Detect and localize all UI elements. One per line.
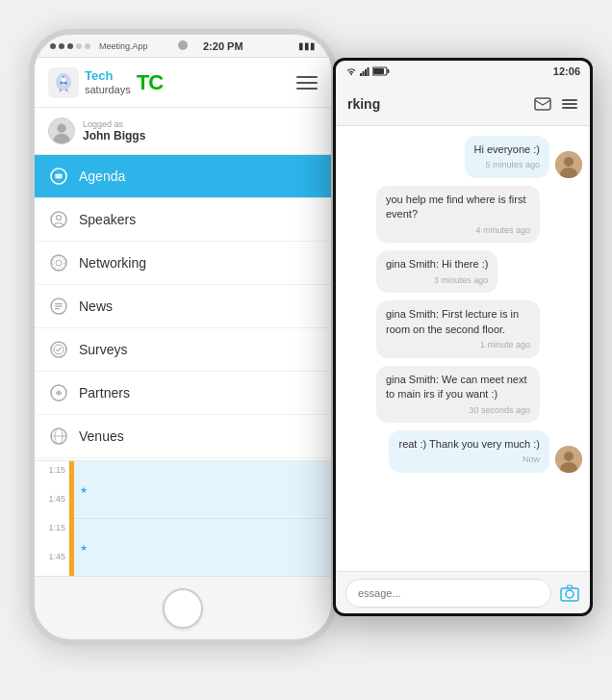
message-time-2: 4 minutes ago xyxy=(386,224,530,237)
agenda-icon xyxy=(48,166,69,187)
svg-point-37 xyxy=(564,157,574,167)
camera-notch xyxy=(178,40,188,50)
nav-item-surveys[interactable]: Surveys xyxy=(35,328,331,372)
hamburger-button[interactable] xyxy=(296,76,318,90)
nav-item-speakers[interactable]: Speakers xyxy=(35,198,331,242)
android-phone: 12:06 rking xyxy=(333,58,593,616)
chat-message-4: gina Smith: First lecture is in room on … xyxy=(344,300,582,357)
nav-item-partners[interactable]: Partners xyxy=(35,372,331,415)
svg-rect-32 xyxy=(535,98,550,110)
session-2: ★ xyxy=(74,519,331,576)
dot-5 xyxy=(85,43,90,49)
svg-rect-27 xyxy=(365,69,367,76)
dot-4 xyxy=(76,43,82,49)
battery-icon xyxy=(372,66,390,76)
message-time-4: 1 minute ago xyxy=(386,339,530,351)
user-avatar xyxy=(48,117,75,144)
chat-header-icons xyxy=(534,97,578,111)
svg-rect-35 xyxy=(562,107,577,109)
venues-icon xyxy=(48,426,69,447)
chat-input-field[interactable] xyxy=(345,579,551,608)
svg-rect-28 xyxy=(368,67,370,76)
speakers-icon xyxy=(48,209,69,230)
session-1: ★ xyxy=(74,461,331,519)
user-info: Logged as John Biggs xyxy=(35,108,331,155)
dot-2 xyxy=(59,43,64,49)
menu-icon[interactable] xyxy=(561,97,578,111)
hamburger-line-3 xyxy=(296,88,318,90)
svg-point-43 xyxy=(566,590,574,598)
message-text-3: gina Smith: Hi there :) xyxy=(386,258,488,270)
message-text-6: reat :) Thank you very much :) xyxy=(398,438,540,450)
bubble-3: gina Smith: Hi there :) 3 minutes ago xyxy=(376,250,497,293)
avatar-6 xyxy=(555,446,582,473)
bubble-6: reat :) Thank you very much :) Now xyxy=(389,430,549,473)
svg-point-1 xyxy=(62,77,66,82)
message-text-5: gina Smith: We can meet next to main irs… xyxy=(386,374,527,400)
hamburger-line-1 xyxy=(296,76,318,78)
svg-point-13 xyxy=(53,257,64,269)
status-time: 2:20 PM xyxy=(203,40,243,52)
iphone: Meeting.App 2:20 PM ▮▮▮ xyxy=(29,29,337,645)
nav-item-networking[interactable]: Networking xyxy=(35,242,331,285)
app-logo: Tech saturdays TC xyxy=(48,67,163,98)
android-status-icons xyxy=(345,66,390,76)
user-text-block: Logged as John Biggs xyxy=(83,119,145,143)
logo-text: Tech saturdays xyxy=(85,69,131,94)
message-time-3: 3 minutes ago xyxy=(386,274,488,287)
chat-title: rking xyxy=(347,96,380,112)
android-chat-body: Hi everyone :) 5 minutes ago you help me… xyxy=(336,126,590,571)
nav-label-venues: Venues xyxy=(79,428,124,444)
android-chat-input xyxy=(336,571,590,613)
nav-label-agenda: Agenda xyxy=(79,169,125,184)
nav-list: Agenda Speakers xyxy=(35,155,331,460)
android-time: 12:06 xyxy=(553,65,580,77)
camera-icon[interactable] xyxy=(559,583,580,604)
signal-icon xyxy=(360,66,370,76)
nav-label-speakers: Speakers xyxy=(79,212,136,227)
message-time-6: Now xyxy=(398,454,540,466)
chat-message-3: gina Smith: Hi there :) 3 minutes ago xyxy=(344,250,582,293)
news-icon xyxy=(48,296,69,317)
nav-label-surveys: Surveys xyxy=(79,342,128,357)
svg-rect-33 xyxy=(562,99,577,101)
svg-point-40 xyxy=(564,452,574,461)
svg-rect-25 xyxy=(360,73,362,76)
nav-label-partners: Partners xyxy=(79,385,130,401)
dot-1 xyxy=(50,43,56,49)
chat-message-1: Hi everyone :) 5 minutes ago xyxy=(344,136,582,178)
agenda-preview: 1:15 1:45 1:15 1:45 ★ ★ xyxy=(35,460,331,576)
logo-tech: Tech xyxy=(85,69,131,83)
message-text-1: Hi everyone :) xyxy=(474,143,540,155)
iphone-bottom-bar xyxy=(35,576,331,639)
bubble-5: gina Smith: We can meet next to main irs… xyxy=(376,366,540,423)
message-text-2: you help me find where is first event? xyxy=(386,194,526,220)
svg-rect-30 xyxy=(388,69,390,73)
app-header: Tech saturdays TC xyxy=(35,58,331,108)
mail-icon[interactable] xyxy=(534,97,551,111)
logo-saturdays: saturdays xyxy=(85,84,131,95)
svg-rect-26 xyxy=(363,71,365,76)
svg-rect-15 xyxy=(55,303,63,304)
chat-message-5: gina Smith: We can meet next to main irs… xyxy=(344,366,582,423)
nav-item-agenda[interactable]: Agenda xyxy=(35,155,331,198)
chat-message-6: reat :) Thank you very much :) Now xyxy=(344,430,582,473)
nav-item-news[interactable]: News xyxy=(35,285,331,328)
iphone-home-button[interactable] xyxy=(163,588,203,629)
rocket-icon xyxy=(48,67,79,98)
dot-3 xyxy=(67,43,73,49)
svg-rect-34 xyxy=(562,103,577,105)
svg-point-10 xyxy=(57,216,62,220)
nav-label-news: News xyxy=(79,298,113,314)
message-time-1: 5 minutes ago xyxy=(474,159,540,171)
battery-icon: ▮▮▮ xyxy=(298,40,316,51)
svg-rect-31 xyxy=(373,68,384,74)
svg-point-12 xyxy=(56,260,62,266)
svg-point-21 xyxy=(58,392,61,395)
nav-item-venues[interactable]: Venues xyxy=(35,415,331,458)
logged-as-label: Logged as xyxy=(83,119,145,129)
tc-logo: TC xyxy=(137,70,163,95)
user-name: John Biggs xyxy=(83,129,145,143)
surveys-icon xyxy=(48,339,69,360)
message-time-5: 30 seconds ago xyxy=(386,404,530,417)
